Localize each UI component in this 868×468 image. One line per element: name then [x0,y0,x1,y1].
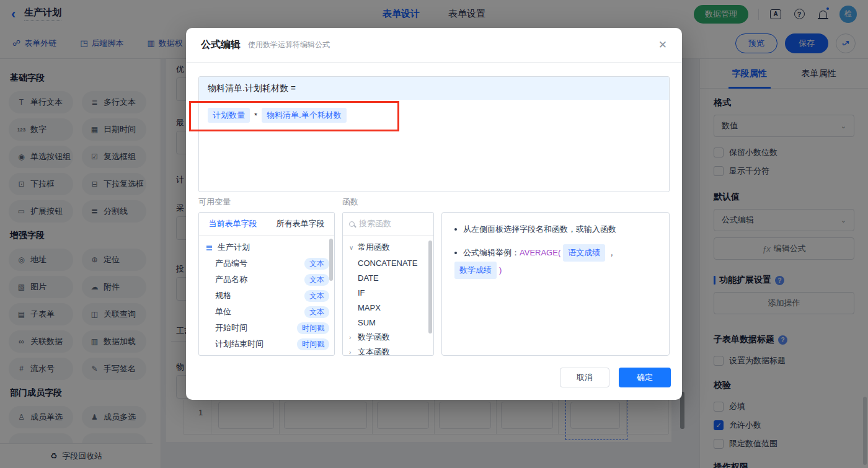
function-search-input[interactable]: 搜索函数 [343,213,433,236]
type-badge: 文本 [304,258,329,270]
function-item[interactable]: CONCATENATE [343,255,433,270]
tips-panel: 从左侧面板选择字段名和函数，或输入函数 公式编辑举例： AVERAGE( 语文成… [441,212,670,356]
function-group-text[interactable]: ›文本函数 [343,345,433,356]
variable-item[interactable]: 开始时间时间戳 [199,320,334,336]
variable-item[interactable]: 产品名称文本 [199,272,334,288]
function-item[interactable]: SUM [343,315,433,330]
chevron-collapsed-icon: › [349,334,358,341]
function-group-common[interactable]: ∨常用函数 [343,239,433,255]
function-group-math[interactable]: ›数学函数 [343,330,433,345]
tab-current-form-fields[interactable]: 当前表单字段 [199,218,267,229]
variables-scrollbar[interactable] [329,239,333,281]
chevron-collapsed-icon: › [349,349,358,356]
functions-label: 函数 [342,196,358,208]
modal-title: 公式编辑 [201,38,241,51]
functions-panel: 搜索函数 ∨常用函数 CONCATENATE DATE IF MAPX SUM … [342,212,434,356]
formula-editor: 物料清单.计划耗材数 = 计划数量 * 物料清单.单个耗材数 [198,76,670,192]
search-icon [349,221,355,227]
function-item[interactable]: IF [343,285,433,300]
function-item[interactable]: DATE [343,270,433,285]
type-badge: 时间戳 [297,322,329,334]
example-chip: 数学成绩 [454,262,497,279]
formula-target: 物料清单.计划耗材数 = [199,77,669,100]
tab-all-form-fields[interactable]: 所有表单字段 [267,218,334,229]
variable-root[interactable]: 生产计划 [199,239,334,255]
function-name-text: AVERAGE( [520,246,560,260]
tip-line-1: 从左侧面板选择字段名和函数，或输入函数 [452,223,659,236]
variable-item[interactable]: 单位文本 [199,304,334,320]
type-badge: 时间戳 [297,338,329,350]
modal-subtitle: 使用数学运算符编辑公式 [248,40,330,50]
variable-item[interactable]: 计划结束时间时间戳 [199,336,334,352]
variables-panel: 当前表单字段 所有表单字段 生产计划 产品编号文本 产品名称文本 规格文本 单位… [198,212,335,356]
close-icon[interactable]: ✕ [658,40,667,50]
app-root: ‹ 生产计划 表单设计 表单设置 数据管理 A ? 检 ☍ 表单外链 ◳ 后端脚… [0,0,868,468]
chevron-expanded-icon: ∨ [349,244,358,251]
formula-edit-modal: 公式编辑 使用数学运算符编辑公式 ✕ 物料清单.计划耗材数 = 计划数量 * 物… [186,28,682,400]
function-item[interactable]: MAPX [343,300,433,315]
type-badge: 文本 [304,274,329,286]
confirm-button[interactable]: 确定 [619,368,671,387]
form-doc-icon [205,244,213,252]
variables-label: 可用变量 [198,196,231,208]
tip-line-2: 公式编辑举例： AVERAGE( 语文成绩 ， 数学成绩 ) [452,244,659,279]
type-badge: 文本 [304,290,329,302]
variable-item[interactable]: 规格文本 [199,288,334,304]
cancel-button[interactable]: 取消 [560,368,609,387]
type-badge: 文本 [304,306,329,318]
example-chip: 语文成绩 [563,244,605,262]
search-placeholder: 搜索函数 [359,218,391,229]
function-name-text: ) [499,263,502,277]
variable-item[interactable]: 产品编号文本 [199,255,334,272]
annotation-red-box [189,101,399,131]
functions-scrollbar[interactable] [428,241,432,333]
